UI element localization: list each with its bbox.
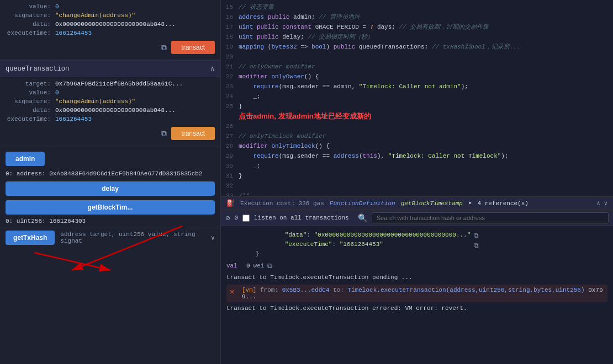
reference-count: 4 reference(s) — [478, 200, 529, 207]
listen-icon: ⊘ — [225, 213, 230, 223]
listen-zero: 0 — [234, 215, 238, 221]
data-row: data: 0x00000000000000000000000ab848... — [6, 21, 215, 28]
code-editor: 15 // 状态变量 16 address public admin; // 管… — [221, 0, 613, 196]
admin-result: 0: address: 0xAb8483F64d9C6d1EcF9b849Ae6… — [0, 168, 220, 179]
code-line-33: 33 /** — [221, 191, 613, 196]
admin-button[interactable]: admin — [6, 152, 45, 166]
getTxHash-desc: address target, uint256 value, string si… — [55, 231, 210, 244]
admin-section: admin — [0, 146, 220, 168]
value-row: value: 0 — [6, 3, 215, 10]
left-panel: value: 0 signature: "changeAdmin(address… — [0, 0, 221, 364]
to-label: to: — [333, 287, 347, 293]
data-field: 0x00000000000000000000000ab848... — [55, 21, 215, 28]
queue-signature-field: "changeAdmin(address)" — [55, 98, 215, 105]
vm-tag: [vm] — [242, 287, 256, 293]
delay-button[interactable]: delay — [6, 181, 215, 196]
code-line-28: 28 modifier onlyTimelock() { — [221, 141, 613, 151]
execute-btn-row: ⧉ transact — [6, 39, 215, 56]
queue-chevron-icon: ∧ — [210, 64, 215, 73]
error-icon: ✕ — [230, 287, 239, 296]
code-line-29: 29 require(msg.sender == address(this), … — [221, 151, 613, 161]
value-field: 0 — [55, 3, 215, 10]
arrow-icon: ➤ — [468, 200, 472, 207]
signature-label: signature: — [6, 12, 55, 19]
queue-copy-button[interactable]: ⧉ — [161, 129, 167, 138]
code-line-23: 23 require(msg.sender == admin, "Timeloc… — [221, 82, 613, 92]
executeTime-label: executeTime: — [6, 30, 55, 36]
revert-text: transact to Timelock.executeTransaction … — [226, 304, 607, 313]
function-definition-label: FunctionDefinition — [330, 200, 395, 207]
queue-transact-button[interactable]: transact — [171, 127, 215, 140]
annotation-text: 点击admin, 发现admin地址已经变成新的 — [239, 111, 371, 121]
val-unit: wei — [253, 263, 265, 269]
execute-copy-button[interactable]: ⧉ — [161, 43, 167, 52]
val-amount: 0 — [246, 263, 250, 269]
queue-executeTime-row: executeTime: 1661264453 — [6, 116, 215, 122]
value-label: value: — [6, 3, 55, 10]
copy-button-1[interactable]: ⧉ — [474, 232, 479, 239]
terminal-content: "data": "0x00000000000000000000000000000… — [221, 226, 613, 364]
code-line-26: 26 — [221, 121, 613, 131]
code-line-31: 31 } — [221, 171, 613, 181]
val-label: val — [226, 263, 243, 269]
error-text: [vm] from: 0x5B3...eddC4 to: Timelock.ex… — [242, 287, 604, 300]
code-line-15: 15 // 状态变量 — [221, 2, 613, 12]
code-line-25: 25 } — [221, 101, 613, 111]
getBlockTimestamp-button[interactable]: getBlockTim... — [6, 200, 215, 215]
queue-btn-row: ⧉ transact — [6, 125, 215, 142]
listen-checkbox[interactable] — [242, 215, 250, 222]
gas-icon: ⛽ — [226, 199, 235, 207]
terminal: ⊘ 0 listen on all transactions 🔍 "data":… — [221, 210, 613, 364]
code-line-18: 18 uint public delay; // 交易锁定时间（秒） — [221, 32, 613, 42]
code-line-30: 30 _; — [221, 161, 613, 171]
getTxHash-row: getTxHash address target, uint256 value,… — [0, 228, 220, 247]
executeTime-row: executeTime: 1661264453 — [6, 30, 215, 36]
chevron-up-icon[interactable]: ∧ — [596, 200, 600, 207]
queue-value-field: 0 — [55, 89, 215, 96]
executeTime-field: 1661264453 — [55, 30, 215, 36]
data-label: data: — [6, 21, 55, 28]
signature-field: "changeAdmin(address)" — [55, 12, 215, 19]
right-panel: 15 // 状态变量 16 address public admin; // 管… — [221, 0, 613, 364]
status-bar: ⛽ Execution cost: 336 gas FunctionDefini… — [221, 196, 613, 210]
from-address: 0x5B3...eddC4 — [282, 287, 330, 293]
queue-signature-label: signature: — [6, 98, 55, 105]
search-icon: 🔍 — [358, 213, 367, 223]
code-line-21: 21 // onlyOwner modifier — [221, 62, 613, 72]
signature-row: signature: "changeAdmin(address)" — [6, 12, 215, 19]
queue-signature-row: signature: "changeAdmin(address)" — [6, 98, 215, 105]
error-row: ✕ [vm] from: 0x5B3...eddC4 to: Timelock.… — [226, 285, 607, 302]
annotation-line: 点击admin, 发现admin地址已经变成新的 — [221, 111, 613, 121]
function-name: getBlockTimestamp — [401, 200, 463, 207]
queue-target-field: 0x7b96aF9Bd211cBf6BA5b0dd53aa61C... — [55, 81, 215, 87]
from-label: from: — [260, 287, 282, 293]
execute-transact-button[interactable]: transact — [171, 41, 215, 54]
chevron-down-icon[interactable]: ∨ — [604, 200, 607, 207]
terminal-toolbar: ⊘ 0 listen on all transactions 🔍 — [221, 210, 613, 226]
search-input[interactable] — [372, 212, 609, 223]
queue-data-field: 0x00000000000000000000000ab848... — [55, 107, 215, 114]
copy-buttons: ⧉ ⧉ — [474, 231, 479, 249]
json-output-block: "data": "0x00000000000000000000000000000… — [226, 229, 607, 260]
queue-transaction-section: target: 0x7b96aF9Bd211cBf6BA5b0dd53aa61C… — [0, 77, 220, 146]
queue-value-label: value: — [6, 89, 55, 96]
listen-label: listen on all transactions — [254, 215, 349, 221]
copy-button-2[interactable]: ⧉ — [474, 242, 479, 249]
queue-data-label: data: — [6, 107, 55, 114]
getBlockTimestamp-result: 0: uint256: 1661264303 — [0, 217, 220, 226]
code-line-22: 22 modifier onlyOwner() { — [221, 72, 613, 82]
code-line-17: 17 uint public constant GRACE_PERIOD = 7… — [221, 22, 613, 32]
queue-executeTime-label: executeTime: — [6, 116, 55, 122]
val-copy-button[interactable]: ⧉ — [267, 262, 272, 270]
execute-transaction-section: value: 0 signature: "changeAdmin(address… — [0, 0, 220, 60]
code-line-24: 24 _; — [221, 92, 613, 101]
transact-pending-text: transact to Timelock.executeTransaction … — [226, 272, 607, 283]
queue-target-row: target: 0x7b96aF9Bd211cBf6BA5b0dd53aa61C… — [6, 81, 215, 87]
code-line-19: 19 mapping (bytes32 => bool) public queu… — [221, 42, 613, 52]
queue-transaction-header[interactable]: queueTransaction ∧ — [0, 60, 220, 77]
val-row: val 0 wei ⧉ — [226, 260, 607, 272]
getTxHash-button[interactable]: getTxHash — [6, 231, 55, 245]
code-line-20: 20 — [221, 52, 613, 62]
json-output: "data": "0x00000000000000000000000000000… — [226, 231, 471, 259]
code-line-32: 32 — [221, 181, 613, 191]
